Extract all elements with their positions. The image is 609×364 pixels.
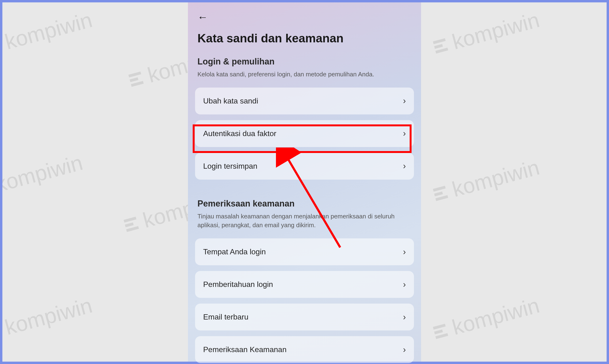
- item-where-logged-in[interactable]: Tempat Anda login ›: [195, 238, 414, 265]
- back-arrow-icon[interactable]: ←: [197, 12, 208, 22]
- chevron-right-icon: ›: [403, 280, 406, 289]
- item-recent-emails[interactable]: Email terbaru ›: [195, 304, 414, 330]
- section-title-login-recovery: Login & pemulihan: [195, 55, 414, 70]
- item-label: Autentikasi dua faktor: [203, 129, 276, 138]
- item-label: Pemeriksaan Keamanan: [203, 345, 286, 354]
- item-label: Ubah kata sandi: [203, 97, 258, 105]
- item-saved-login[interactable]: Login tersimpan ›: [195, 153, 414, 180]
- chevron-right-icon: ›: [403, 313, 406, 321]
- item-label: Login tersimpan: [203, 162, 257, 170]
- chevron-right-icon: ›: [403, 162, 406, 170]
- item-label: Email terbaru: [203, 312, 248, 321]
- item-two-factor-auth[interactable]: Autentikasi dua faktor ›: [195, 120, 414, 147]
- item-login-alerts[interactable]: Pemberitahuan login ›: [195, 271, 414, 298]
- section-desc-security-check: Tinjau masalah keamanan dengan menjalank…: [195, 212, 414, 238]
- chevron-right-icon: ›: [403, 129, 406, 138]
- phone-screen: ← Kata sandi dan keamanan Login & pemuli…: [188, 2, 421, 362]
- item-change-password[interactable]: Ubah kata sandi ›: [195, 88, 414, 115]
- chevron-right-icon: ›: [403, 248, 406, 256]
- item-label: Pemberitahuan login: [203, 280, 273, 289]
- chevron-right-icon: ›: [403, 345, 406, 354]
- page-title: Kata sandi dan keamanan: [195, 29, 414, 55]
- outer-frame: kompiwin kompiwin kompiwin kompiwin komp…: [0, 0, 609, 364]
- item-security-checkup[interactable]: Pemeriksaan Keamanan ›: [195, 336, 414, 363]
- item-label: Tempat Anda login: [203, 247, 266, 256]
- section-desc-login-recovery: Kelola kata sandi, preferensi login, dan…: [195, 70, 414, 88]
- section-title-security-check: Pemeriksaan keamanan: [195, 197, 414, 212]
- chevron-right-icon: ›: [403, 97, 406, 105]
